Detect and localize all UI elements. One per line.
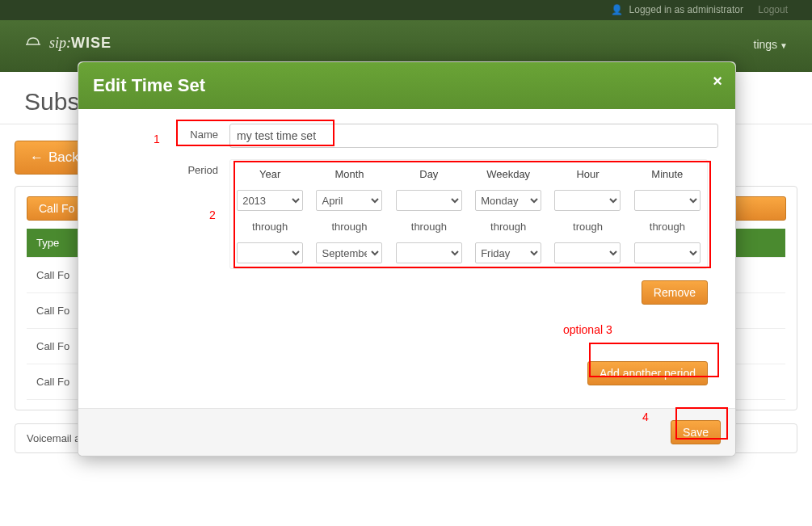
col-hour: Hour: [548, 160, 627, 185]
weekday-from-select[interactable]: Monday: [475, 190, 541, 211]
modal-header: Edit Time Set ×: [78, 62, 735, 109]
edit-time-set-modal: Edit Time Set × Name Period Year Month D…: [78, 61, 736, 457]
day-to-select[interactable]: [396, 242, 462, 263]
day-from-select[interactable]: [396, 190, 462, 211]
period-label: Period: [90, 159, 229, 176]
period-grid: Year Month Day Weekday Hour Minute 2013 …: [229, 159, 708, 269]
add-another-period-button[interactable]: Add another period: [587, 361, 708, 385]
close-icon[interactable]: ×: [713, 72, 722, 90]
weekday-to-select[interactable]: Friday: [475, 242, 541, 263]
year-to-select[interactable]: [237, 242, 303, 263]
through-day: through: [389, 216, 469, 238]
through-minute: through: [628, 216, 707, 238]
minute-to-select[interactable]: [634, 242, 701, 263]
through-month: through: [309, 216, 389, 238]
hour-to-select[interactable]: [554, 242, 621, 263]
through-weekday: through: [469, 216, 548, 238]
through-year: through: [230, 216, 309, 238]
name-label: Name: [90, 124, 229, 141]
minute-from-select[interactable]: [634, 190, 701, 211]
col-day: Day: [389, 160, 469, 185]
col-year: Year: [230, 160, 309, 185]
col-month: Month: [309, 160, 389, 185]
remove-button[interactable]: Remove: [642, 280, 708, 305]
year-from-select[interactable]: 2013: [237, 190, 303, 211]
col-weekday: Weekday: [469, 160, 548, 185]
modal-title: Edit Time Set: [93, 75, 721, 96]
save-button[interactable]: Save: [671, 420, 721, 444]
month-from-select[interactable]: April: [316, 190, 382, 211]
name-input[interactable]: [229, 124, 718, 148]
hour-from-select[interactable]: [554, 190, 621, 211]
trough-hour: trough: [548, 216, 627, 238]
month-to-select[interactable]: September: [316, 242, 382, 263]
col-minute: Minute: [628, 160, 707, 185]
modal-footer: Save: [78, 408, 735, 456]
